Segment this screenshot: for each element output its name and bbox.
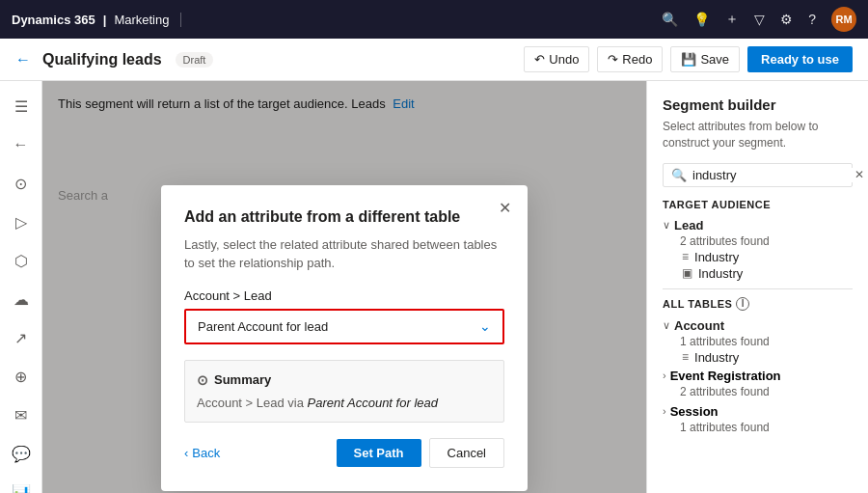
sidebar-link-icon[interactable]: ↗ (4, 320, 39, 355)
toolbar: ← Qualifying leads Draft ↶ Undo ↷ Redo 💾… (0, 39, 868, 81)
panel-search-input[interactable] (692, 168, 854, 182)
settings-icon[interactable]: ⚙ (780, 12, 793, 27)
summary-icon: ⊙ (197, 372, 208, 388)
module-text: Marketing (114, 13, 169, 27)
attr-label-1: Industry (694, 250, 739, 264)
target-audience-label: Target audience (663, 199, 853, 210)
summary-text: Account > Lead via Parent Account for le… (197, 396, 492, 410)
panel-title: Segment builder (663, 96, 853, 113)
session-chevron-icon: › (663, 405, 666, 417)
save-icon: 💾 (681, 52, 696, 67)
info-icon[interactable]: i (736, 297, 749, 311)
top-nav: Dynamics 365 | Marketing 🔍 💡 ＋ ▽ ⚙ ? RM (0, 0, 868, 39)
modal-description: Lastly, select the related attribute sha… (184, 235, 504, 273)
redo-icon: ↷ (608, 52, 618, 67)
content-wrapper: ☰ ← ⊙ ▷ ⬡ ☁ ↗ ⊕ ✉ 💬 📊 ⚙ 👤 This segment w… (0, 81, 868, 493)
attr-label-2: Industry (698, 266, 743, 281)
ready-to-use-button[interactable]: Ready to use (747, 46, 853, 72)
select-inner: Parent Account for lead Primary Contact … (188, 313, 501, 341)
status-badge: Draft (176, 52, 214, 68)
summary-header: ⊙ Summary (197, 372, 492, 388)
modal-close-button[interactable]: ✕ (493, 197, 516, 220)
back-button[interactable]: ‹ Back (184, 446, 220, 460)
right-panel: Segment builder Select attributes from b… (646, 81, 868, 493)
event-reg-chevron-icon: › (663, 370, 666, 381)
modal-field-label: Account > Lead (184, 288, 504, 303)
redo-button[interactable]: ↷ Redo (597, 46, 663, 72)
event-reg-label: Event Registration (670, 369, 781, 383)
undo-icon: ↶ (534, 52, 545, 67)
help-icon[interactable]: ? (808, 12, 816, 27)
summary-title: Summary (214, 372, 271, 387)
modal-footer: ‹ Back Set Path Cancel (184, 438, 504, 468)
content-area: This segment will return a list of the t… (42, 81, 646, 493)
sidebar-play-icon[interactable]: ▷ (4, 205, 39, 239)
event-registration-tree-item[interactable]: › Event Registration (663, 367, 853, 385)
account-attr-label: Industry (694, 350, 739, 365)
lead-tree-item: ∨ Lead 2 attributes found ≡ Industry ▣ I… (663, 216, 853, 281)
account-tree-item: ∨ Account 1 attributes found ≡ Industry (663, 316, 853, 365)
attr-icon-1: ≡ (682, 250, 689, 263)
account-industry-attr[interactable]: ≡ Industry (663, 350, 853, 365)
lead-tree-header[interactable]: ∨ Lead (663, 216, 853, 234)
brand: Dynamics 365 | Marketing (12, 13, 181, 27)
sidebar-menu-icon[interactable]: ☰ (4, 89, 39, 123)
lead-industry-attr-1[interactable]: ≡ Industry (663, 250, 853, 264)
account-attr-icon: ≡ (682, 350, 689, 364)
brand-text: Dynamics 365 (12, 13, 95, 27)
modal-title: Add an attribute from a different table (184, 208, 504, 226)
lead-label: Lead (674, 218, 703, 233)
summary-highlight: Parent Account for lead (308, 396, 438, 410)
avatar[interactable]: RM (831, 7, 856, 32)
session-count: 1 attributes found (663, 421, 853, 434)
panel-subtitle: Select attributes from below to construc… (663, 119, 853, 151)
sidebar-chart-icon[interactable]: 📊 (4, 475, 39, 493)
attr-icon-2: ▣ (682, 266, 692, 280)
nav-separator: | (103, 13, 107, 27)
left-sidebar: ☰ ← ⊙ ▷ ⬡ ☁ ↗ ⊕ ✉ 💬 📊 ⚙ 👤 (0, 81, 42, 493)
all-tables-label: All tables i (663, 297, 853, 311)
sidebar-home-icon[interactable]: ⊙ (4, 166, 39, 201)
filter-icon[interactable]: ▽ (754, 12, 765, 27)
save-button[interactable]: 💾 Save (670, 46, 740, 72)
cancel-button[interactable]: Cancel (429, 438, 504, 468)
account-tree-header[interactable]: ∨ Account (663, 316, 853, 335)
sidebar-email-icon[interactable]: ✉ (4, 397, 39, 432)
panel-search-box[interactable]: 🔍 ✕ (663, 163, 853, 187)
lead-chevron-icon: ∨ (663, 219, 670, 232)
search-icon[interactable]: 🔍 (662, 12, 678, 27)
back-chevron-icon: ‹ (184, 446, 188, 460)
sidebar-add-icon[interactable]: ⊕ (4, 359, 39, 394)
account-label: Account (674, 318, 724, 333)
sidebar-cloud-icon[interactable]: ☁ (4, 282, 39, 316)
page-title: Qualifying leads (42, 51, 162, 68)
panel-search-icon: 🔍 (671, 168, 687, 182)
session-label: Session (670, 404, 719, 419)
lead-industry-attr-2[interactable]: ▣ Industry (663, 266, 853, 281)
sidebar-chat-icon[interactable]: 💬 (4, 436, 39, 471)
modal-overlay: ✕ Add an attribute from a different tabl… (42, 81, 646, 493)
top-nav-icons: 🔍 💡 ＋ ▽ ⚙ ? RM (662, 7, 856, 32)
panel-clear-icon[interactable]: ✕ (854, 168, 864, 181)
add-icon[interactable]: ＋ (725, 11, 739, 28)
event-reg-count: 2 attributes found (663, 385, 853, 398)
section-divider (663, 288, 853, 289)
add-attribute-modal: ✕ Add an attribute from a different tabl… (161, 185, 528, 491)
summary-box: ⊙ Summary Account > Lead via Parent Acco… (184, 360, 504, 423)
dropdown-wrapper: Parent Account for lead Primary Contact … (184, 309, 504, 344)
set-path-button[interactable]: Set Path (337, 439, 421, 467)
lead-count: 2 attributes found (663, 234, 853, 248)
account-chevron-icon: ∨ (663, 319, 670, 332)
relationship-dropdown[interactable]: Parent Account for lead Primary Contact … (188, 313, 501, 341)
undo-button[interactable]: ↶ Undo (524, 46, 589, 72)
sidebar-back-icon[interactable]: ← (4, 127, 39, 162)
sidebar-segment-icon[interactable]: ⬡ (4, 243, 39, 278)
back-button[interactable]: ← (15, 51, 31, 68)
account-count: 1 attributes found (663, 335, 853, 348)
lightbulb-icon[interactable]: 💡 (693, 12, 710, 27)
session-tree-item[interactable]: › Session (663, 402, 853, 421)
